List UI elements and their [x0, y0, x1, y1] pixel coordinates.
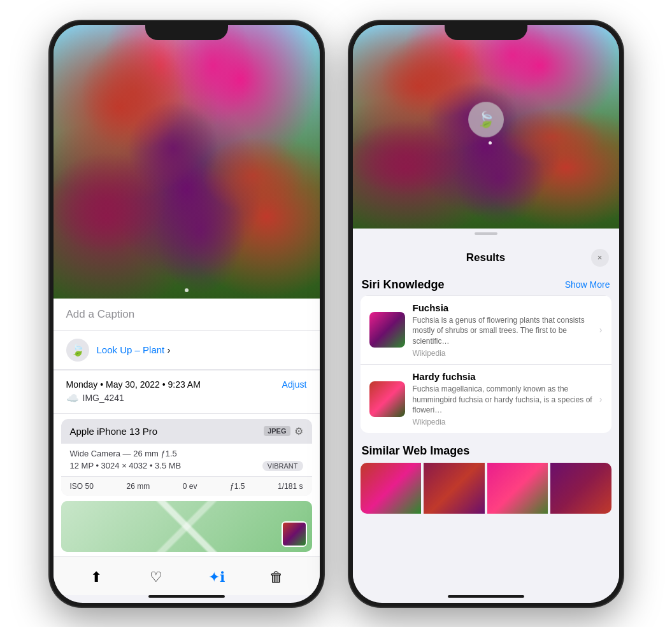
- fuchsia-source: Wikipedia: [413, 349, 594, 358]
- photo-info-panel[interactable]: Add a Caption 🍃 Look Up – Plant › Monday…: [54, 299, 320, 556]
- phone-notch-left: [145, 21, 228, 40]
- cloud-icon: ☁️: [66, 392, 79, 404]
- lookup-row[interactable]: 🍃 Look Up – Plant ›: [54, 331, 320, 370]
- filename: IMG_4241: [83, 393, 124, 403]
- info-button[interactable]: ✦ℹ: [204, 565, 229, 590]
- hardy-fuchsia-chevron: ›: [599, 394, 603, 404]
- camera-details: Wide Camera — 26 mm ƒ1.5 12 MP • 3024 × …: [61, 444, 312, 476]
- ev-value: 0 ev: [183, 482, 197, 491]
- siri-knowledge-list: Fuchsia Fuchsia is a genus of flowering …: [361, 295, 611, 433]
- map-section[interactable]: [61, 501, 312, 552]
- date-section: Monday • May 30, 2022 • 9:23 AM Adjust ☁…: [54, 370, 320, 414]
- camera-badges: JPEG ⚙: [264, 425, 303, 437]
- knowledge-item-fuchsia[interactable]: Fuchsia Fuchsia is a genus of flowering …: [361, 295, 611, 364]
- info-icon: ✦ℹ: [208, 569, 225, 586]
- photo-image-left: [54, 25, 320, 299]
- hardy-fuchsia-title: Hardy fuchsia: [413, 371, 594, 382]
- results-title: Results: [381, 251, 591, 264]
- phone-notch-right: [445, 21, 527, 40]
- lookup-label: Look Up –: [97, 344, 140, 355]
- focal-value: 26 mm: [126, 482, 150, 491]
- right-phone-screen: 🍃 Results × Siri Knowledge Show More: [353, 25, 619, 603]
- lookup-text: Look Up – Plant ›: [97, 344, 171, 355]
- exif-row: ISO 50 26 mm 0 ev ƒ1.5 1/181 s: [61, 476, 312, 496]
- similar-section: Similar Web Images: [353, 438, 619, 514]
- dot-indicator: [489, 141, 492, 144]
- camera-model-row: Apple iPhone 13 Pro JPEG ⚙: [61, 419, 312, 444]
- map-roads: [61, 501, 312, 552]
- fuchsia-chevron: ›: [599, 325, 603, 335]
- similar-title: Similar Web Images: [361, 438, 611, 463]
- hardy-fuchsia-source: Wikipedia: [413, 418, 594, 426]
- page-dot-left: [185, 288, 189, 292]
- home-indicator-right: [448, 595, 524, 598]
- bottom-toolbar: ⬆ ♡ ✦ℹ 🗑: [54, 556, 320, 595]
- aperture-value: ƒ1.5: [230, 482, 245, 491]
- mp-row: 12 MP • 3024 × 4032 • 3.5 MB VIBRANT: [70, 461, 303, 471]
- leaf-icon: 🍃: [71, 343, 85, 357]
- like-button[interactable]: ♡: [143, 565, 169, 590]
- camera-section: Apple iPhone 13 Pro JPEG ⚙ Wide Camera —…: [61, 419, 312, 496]
- map-thumbnail: [282, 521, 307, 547]
- visual-lookup-leaf-icon: 🍃: [476, 110, 496, 128]
- drag-handle: [475, 232, 497, 235]
- results-handle-area: [353, 229, 619, 241]
- fuchsia-content: Fuchsia Fuchsia is a genus of flowering …: [413, 302, 594, 358]
- hardy-fuchsia-desc: Fuchsia magellanica, commonly known as t…: [413, 384, 594, 416]
- settings-icon: ⚙: [294, 425, 303, 437]
- siri-knowledge-header: Siri Knowledge Show More: [353, 272, 619, 295]
- photo-image-right: 🍃: [353, 25, 619, 229]
- right-phone: 🍃 Results × Siri Knowledge Show More: [349, 21, 623, 607]
- hardy-fuchsia-content: Hardy fuchsia Fuchsia magellanica, commo…: [413, 371, 594, 426]
- results-header: Results ×: [353, 241, 619, 272]
- results-panel: Results × Siri Knowledge Show More Fuchs…: [353, 229, 619, 595]
- wide-camera: Wide Camera — 26 mm ƒ1.5: [70, 449, 303, 458]
- iso-value: ISO 50: [70, 482, 94, 491]
- date-text: Monday • May 30, 2022 • 9:23 AM: [66, 379, 201, 390]
- fuchsia-title: Fuchsia: [413, 302, 594, 313]
- lookup-subject: Plant: [140, 344, 164, 355]
- left-phone-screen: Add a Caption 🍃 Look Up – Plant › Monday…: [54, 25, 320, 603]
- similar-image-1[interactable]: [361, 463, 422, 514]
- shutter-value: 1/181 s: [278, 482, 303, 491]
- caption-field[interactable]: Add a Caption: [54, 299, 320, 331]
- vibrant-badge: VIBRANT: [262, 461, 303, 471]
- fuchsia-image: [369, 312, 405, 348]
- siri-knowledge-title: Siri Knowledge: [362, 278, 445, 292]
- adjust-button[interactable]: Adjust: [282, 379, 307, 390]
- home-indicator-left: [148, 595, 225, 598]
- similar-image-3[interactable]: [487, 463, 548, 514]
- hardy-fuchsia-image: [369, 381, 405, 417]
- flower-overlay-left: [54, 25, 320, 299]
- date-row: Monday • May 30, 2022 • 9:23 AM Adjust: [66, 379, 307, 390]
- share-button[interactable]: ⬆: [83, 565, 109, 590]
- similar-images-grid: [361, 463, 611, 514]
- camera-model: Apple iPhone 13 Pro: [70, 426, 158, 437]
- lookup-icon: 🍃: [66, 339, 89, 362]
- close-button[interactable]: ×: [591, 249, 609, 267]
- location-row: ☁️ IMG_4241: [66, 392, 307, 404]
- fuchsia-desc: Fuchsia is a genus of flowering plants t…: [413, 315, 594, 347]
- similar-image-2[interactable]: [424, 463, 485, 514]
- mp-text: 12 MP • 3024 × 4032 • 3.5 MB: [70, 461, 182, 470]
- jpeg-badge: JPEG: [264, 426, 290, 436]
- visual-lookup-button[interactable]: 🍃: [468, 101, 504, 137]
- knowledge-item-hardy-fuchsia[interactable]: Hardy fuchsia Fuchsia magellanica, commo…: [361, 364, 611, 433]
- left-phone: Add a Caption 🍃 Look Up – Plant › Monday…: [50, 21, 324, 607]
- similar-image-4[interactable]: [550, 463, 611, 514]
- delete-button[interactable]: 🗑: [264, 565, 289, 590]
- show-more-button[interactable]: Show More: [565, 279, 610, 290]
